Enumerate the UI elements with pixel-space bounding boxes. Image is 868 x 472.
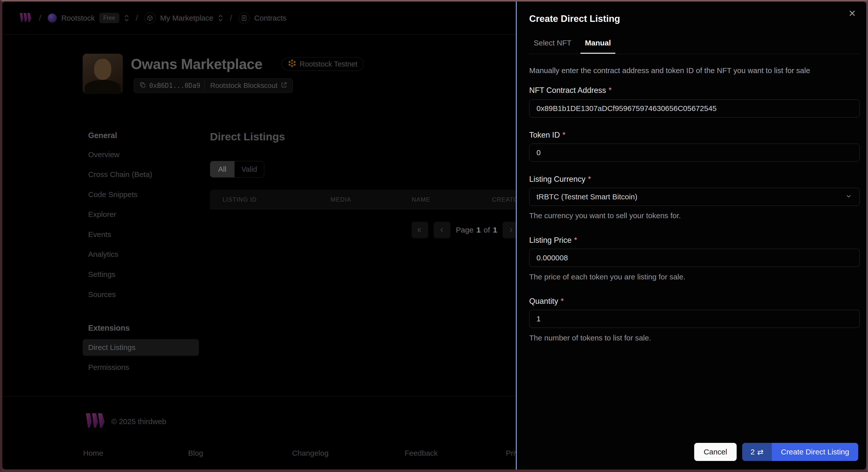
explorer-label: Rootstock Blockscout <box>210 82 278 90</box>
required-marker: * <box>562 131 565 139</box>
address-short: 0xB6D1...0Da9 <box>149 82 200 89</box>
network-badge-label: Rootstock Testnet <box>300 60 358 68</box>
swap-arrows-icon: ⇄ <box>757 448 764 457</box>
close-icon[interactable]: ✕ <box>847 8 858 19</box>
listing-currency-select[interactable]: tRBTC (Testnet Smart Bitcoin) <box>529 188 860 206</box>
quantity-helper: The number of tokens to list for sale. <box>529 334 651 342</box>
footer-link-home[interactable]: Home <box>83 449 103 458</box>
external-link-icon <box>281 82 287 90</box>
tx-count: 2 <box>750 448 755 456</box>
required-marker: * <box>588 175 591 184</box>
project-name: My Marketplace <box>160 14 213 22</box>
contracts-file-icon <box>239 12 250 24</box>
sidebar-item-explorer[interactable]: Explorer <box>88 210 116 219</box>
section-title: Direct Listings <box>210 131 285 143</box>
explorer-link-button[interactable]: Rootstock Blockscout <box>205 78 293 93</box>
footer-thirdweb-logo <box>85 413 106 429</box>
breadcrumb-page[interactable]: Contracts <box>239 12 286 24</box>
plan-badge: Free <box>99 13 119 23</box>
marketplace-avatar <box>83 54 123 94</box>
create-direct-listing-button[interactable]: Create Direct Listing <box>772 443 858 461</box>
page-prev-button[interactable] <box>434 222 450 238</box>
sidebar-item-permissions[interactable]: Permissions <box>88 363 129 372</box>
page-title: Owans Marketplace <box>131 56 262 72</box>
required-marker: * <box>609 86 612 95</box>
contract-address-input[interactable] <box>529 99 860 118</box>
sidebar-item-code-snippets[interactable]: Code Snippets <box>88 190 137 199</box>
contract-address-label: NFT Contract Address* <box>529 86 612 95</box>
breadcrumb-separator: / <box>136 13 138 23</box>
footer-divider <box>2 396 530 397</box>
breadcrumb-separator: / <box>39 13 41 23</box>
project-cube-icon <box>145 12 155 24</box>
breadcrumb-team[interactable]: Rootstock Free <box>48 13 129 23</box>
page-indicator: Page 1 of 1 <box>456 226 497 234</box>
submit-button-group: 2 ⇄ Create Direct Listing <box>742 443 858 461</box>
sidebar-item-direct-listings[interactable]: Direct Listings <box>83 339 199 356</box>
copy-address-button[interactable]: 0xB6D1...0Da9 <box>134 78 206 93</box>
page-name: Contracts <box>254 14 286 22</box>
col-media: MEDIA <box>331 196 351 203</box>
sidebar-item-cross-chain[interactable]: Cross Chain (Beta) <box>88 170 152 179</box>
price-helper: The price of each token you are listing … <box>529 273 685 281</box>
sidebar-heading-extensions: Extensions <box>88 324 130 333</box>
team-name: Rootstock <box>61 14 95 22</box>
rootstock-dots-icon <box>288 59 296 69</box>
sidebar-item-analytics[interactable]: Analytics <box>88 250 118 259</box>
team-switcher-icon[interactable] <box>124 14 129 22</box>
footer-link-changelog[interactable]: Changelog <box>292 449 329 458</box>
listing-price-input[interactable] <box>529 249 860 267</box>
page-first-button[interactable] <box>412 222 428 238</box>
sidebar-heading-general: General <box>88 131 117 140</box>
create-direct-listing-drawer: ✕ Create Direct Listing Select NFT Manua… <box>516 1 866 470</box>
listing-currency-label: Listing Currency* <box>529 175 591 184</box>
listings-filter: All Valid <box>210 161 264 178</box>
sidebar-item-events[interactable]: Events <box>88 230 111 239</box>
team-avatar <box>48 13 57 23</box>
col-listing-id: LISTING ID <box>222 196 257 203</box>
quantity-input[interactable] <box>529 310 860 328</box>
quantity-label: Quantity* <box>529 297 564 306</box>
sidebar-item-sources[interactable]: Sources <box>88 290 116 299</box>
copy-icon <box>140 82 146 89</box>
sidebar-item-settings[interactable]: Settings <box>88 270 115 279</box>
project-switcher-icon[interactable] <box>218 14 223 22</box>
tx-count-button[interactable]: 2 ⇄ <box>742 443 772 461</box>
tab-select-nft[interactable]: Select NFT <box>529 35 576 54</box>
network-badge[interactable]: Rootstock Testnet <box>282 57 364 71</box>
required-marker: * <box>574 236 577 245</box>
top-nav: / Rootstock Free / My Marketplace / <box>2 1 530 35</box>
chevron-down-icon <box>845 192 852 201</box>
col-name: NAME <box>412 196 430 203</box>
screenshot-frame: / Rootstock Free / My Marketplace / <box>0 0 868 472</box>
drawer-description: Manually enter the contract address and … <box>529 66 810 75</box>
currency-selected-value: tRBTC (Testnet Smart Bitcoin) <box>536 193 638 201</box>
copyright: © 2025 thirdweb <box>111 417 166 426</box>
footer-link-blog[interactable]: Blog <box>188 449 203 458</box>
thirdweb-logo-icon[interactable] <box>19 13 32 23</box>
filter-tab-all[interactable]: All <box>210 161 234 177</box>
token-id-input[interactable] <box>529 144 860 162</box>
currency-helper: The currency you want to sell your token… <box>529 211 681 220</box>
cancel-button[interactable]: Cancel <box>694 443 737 461</box>
required-marker: * <box>561 297 564 306</box>
tab-manual[interactable]: Manual <box>581 35 615 54</box>
breadcrumb-project[interactable]: My Marketplace <box>145 12 223 24</box>
breadcrumb-separator: / <box>230 13 232 23</box>
filter-tab-valid[interactable]: Valid <box>234 161 264 177</box>
screen: / Rootstock Free / My Marketplace / <box>2 1 866 470</box>
token-id-label: Token ID* <box>529 131 565 139</box>
sidebar-item-overview[interactable]: Overview <box>88 150 120 159</box>
drawer-tabs: Select NFT Manual <box>529 35 860 54</box>
pagination: Page 1 of 1 <box>412 222 519 238</box>
drawer-title: Create Direct Listing <box>529 13 620 24</box>
drawer-actions: Cancel 2 ⇄ Create Direct Listing <box>694 443 858 461</box>
footer-link-feedback[interactable]: Feedback <box>405 449 438 458</box>
listing-price-label: Listing Price* <box>529 236 577 245</box>
